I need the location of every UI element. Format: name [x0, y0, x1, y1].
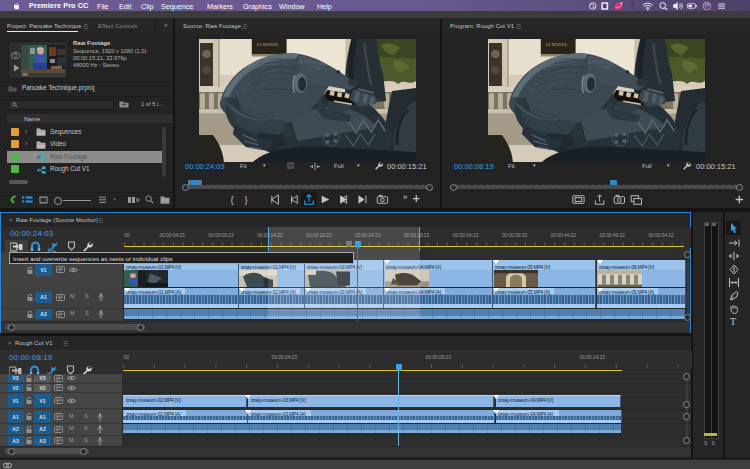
svg-text:»: »	[403, 192, 408, 202]
svg-text:}: }	[245, 194, 248, 205]
svg-text:T: T	[730, 316, 736, 327]
svg-text:{: {	[230, 194, 233, 205]
